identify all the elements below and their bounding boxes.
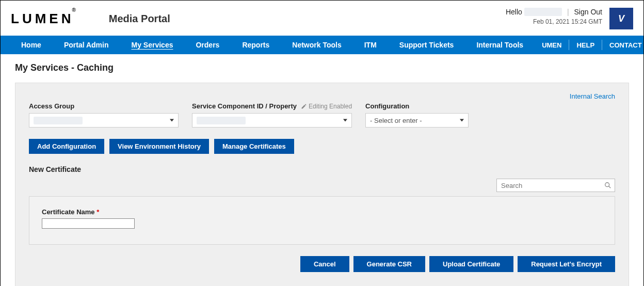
new-certificate-heading: New Certificate [29,165,615,173]
caret-down-icon [343,119,347,122]
certificate-name-label: Certificate Name [42,208,95,216]
main-nav: Home Portal Admin My Services Orders Rep… [1,36,643,54]
manage-certificates-button[interactable]: Manage Certificates [214,139,294,154]
nav-internal-tools[interactable]: Internal Tools [465,41,535,49]
user-greeting: Hello XXXX | Sign Out [506,8,602,16]
service-component-select[interactable]: XXXX [192,113,352,128]
required-marker: * [96,208,99,216]
access-group-select[interactable]: XXXX [29,113,179,128]
certificate-name-input[interactable] [42,218,135,229]
caret-down-icon [460,119,464,122]
search-box[interactable] [496,179,615,192]
search-icon [604,182,611,189]
nav-reports[interactable]: Reports [231,41,281,49]
configuration-select[interactable]: - Select or enter - [365,113,469,128]
registered-icon: ® [72,7,75,13]
page-title: My Services - Caching [15,62,629,73]
username-masked: XXXX [524,8,562,16]
main-panel: Internal Search Access Group XXXX Servic… [15,83,629,286]
sign-out-link[interactable]: Sign Out [574,8,602,16]
request-lets-encrypt-button[interactable]: Request Let's Encrypt [518,256,615,272]
edit-icon [301,103,307,109]
hello-prefix: Hello [506,8,522,16]
nav-network-tools[interactable]: Network Tools [281,41,352,49]
header-timestamp: Feb 01, 2021 15:24 GMT [506,18,602,25]
nav-portal-admin[interactable]: Portal Admin [53,41,120,49]
service-component-value-masked: XXXX [197,117,246,124]
view-environment-history-button[interactable]: View Environment History [109,139,209,154]
vyvx-logo: V [609,8,633,29]
brand-logo: LUMEN® [11,11,78,27]
internal-search-link[interactable]: Internal Search [29,92,615,100]
upload-certificate-button[interactable]: Upload Certificate [429,256,513,272]
nav-support-tickets[interactable]: Support Tickets [388,41,465,49]
nav-help[interactable]: HELP [569,41,602,49]
nav-my-services[interactable]: My Services [120,41,185,49]
nav-home[interactable]: Home [10,41,53,49]
caret-down-icon [170,119,174,122]
svg-line-1 [609,186,611,188]
app-header: LUMEN® Media Portal Hello XXXX | Sign Ou… [1,1,643,36]
cancel-button[interactable]: Cancel [300,256,349,272]
search-input[interactable] [501,182,604,189]
brand-text: LUMEN [11,11,74,26]
nav-umen[interactable]: UMEN [535,41,569,49]
nav-itm[interactable]: ITM [353,41,388,49]
portal-title: Media Portal [109,13,170,25]
configuration-label: Configuration [365,102,469,110]
svg-point-0 [605,183,609,187]
certificate-form-panel: Certificate Name * [29,196,615,245]
nav-orders[interactable]: Orders [184,41,231,49]
add-configuration-button[interactable]: Add Configuration [29,139,104,154]
editing-enabled-text: Editing Enabled [309,103,352,110]
access-group-value-masked: XXXX [34,117,83,124]
access-group-label: Access Group [29,102,179,110]
service-component-label: Service Component ID / Property [192,102,297,110]
nav-contact-us[interactable]: CONTACT US [602,41,644,49]
divider-icon: | [567,8,569,16]
generate-csr-button[interactable]: Generate CSR [353,256,425,272]
configuration-placeholder: - Select or enter - [370,117,422,124]
